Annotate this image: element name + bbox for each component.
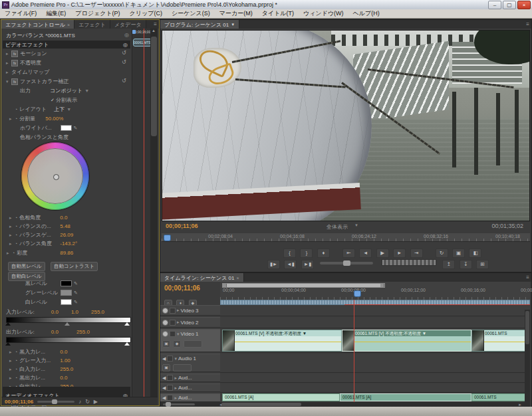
white-balance-swatch[interactable] [61, 125, 72, 131]
chevron-down-icon[interactable]: ▾ [6, 79, 9, 84]
scroll-up-icon[interactable]: ▲ [152, 29, 156, 33]
input-white-handle[interactable] [124, 322, 130, 326]
work-area-left-handle[interactable] [223, 284, 227, 287]
chevron-right-icon[interactable]: ▸ [9, 241, 13, 247]
program-current-timecode[interactable]: 00;00;11;06 [166, 223, 198, 229]
chevron-right-icon[interactable]: ▸ [7, 251, 10, 256]
ec-scrollbar[interactable]: ▲ [150, 29, 158, 397]
menu-file[interactable]: ファイル(F) [0, 9, 41, 18]
go-previous-edit-button[interactable]: ◄▮ [284, 260, 297, 269]
stopwatch-icon[interactable]: ◔ [15, 233, 17, 237]
expand-track-icon[interactable]: ▸ [174, 385, 177, 391]
expand-track-icon[interactable]: ▸ [177, 320, 180, 325]
toggle-track-audio-icon[interactable]: ◀ [162, 395, 166, 401]
show-keyframes-menu[interactable] [173, 364, 192, 371]
checkbox-checked-icon[interactable]: ✓ [51, 98, 54, 103]
track-lane-video3[interactable] [220, 305, 530, 316]
panel-menu-icon[interactable]: ≡ [154, 21, 157, 27]
stopwatch-icon[interactable]: ◔ [15, 116, 17, 121]
lift-button[interactable]: ↥ [442, 260, 455, 269]
ec-cti-line[interactable] [144, 29, 144, 397]
stopwatch-icon[interactable]: ◔ [15, 224, 17, 229]
tab-close-icon[interactable]: × [67, 23, 70, 27]
output-white-value[interactable]: 255.0 [76, 329, 90, 335]
input-white-value[interactable]: 255.0 [91, 309, 104, 315]
white-level-swatch[interactable] [61, 299, 72, 305]
program-cti-head[interactable] [164, 235, 171, 241]
track-name[interactable]: Video 2 [181, 320, 199, 326]
input-black-value[interactable]: 0.0 [51, 309, 59, 315]
track-lock-icon[interactable] [170, 320, 176, 326]
white-input-value[interactable]: 255.0 [60, 366, 73, 372]
saturation-value[interactable]: 89.86 [60, 250, 73, 256]
shuttle-slider[interactable] [320, 262, 373, 264]
track-lock-icon[interactable] [167, 385, 173, 391]
play-in-out-button[interactable]: ▮► [267, 260, 280, 269]
chevron-right-icon[interactable]: ▸ [6, 51, 9, 56]
menu-marker[interactable]: マーカー(M) [215, 9, 257, 18]
video-clip-3[interactable]: 00061.MTS [471, 330, 528, 352]
hscrollbar-thumb[interactable] [221, 403, 301, 406]
wheel-center-handle[interactable] [53, 174, 59, 180]
audio-clip-2-selected[interactable]: 00061.MTS [A] [340, 393, 471, 401]
balance-angle-value[interactable]: -143.2° [60, 241, 77, 247]
track-lock-icon[interactable] [170, 308, 176, 314]
timeline-vscrollbar[interactable] [525, 310, 530, 402]
tab-effect-controls[interactable]: エフェクトコントロール × [1, 20, 74, 29]
stopwatch-icon[interactable]: ◔ [15, 367, 17, 371]
chevron-right-icon[interactable]: ▸ [9, 116, 13, 122]
loop-icon[interactable]: ↻ [85, 399, 90, 405]
tab-close-icon[interactable]: × [236, 276, 239, 280]
timeline-cti-line[interactable] [354, 300, 354, 402]
track-lock-icon[interactable] [170, 331, 176, 337]
maximize-button[interactable]: ▢ [503, 1, 516, 9]
expand-track-icon[interactable]: ▸ [177, 308, 180, 313]
chevron-right-icon[interactable]: ▸ [9, 358, 13, 364]
reset-icon[interactable]: ↺ [122, 59, 126, 66]
track-lane-audio4[interactable]: 00061.MTS [A] 00061.MTS [A] 00061.MTS [220, 393, 530, 403]
track-lane-audio3[interactable] [220, 383, 530, 393]
scroll-right-icon[interactable]: ► [518, 403, 522, 407]
track-lane-video1[interactable]: 00061.MTS [V] 不透明度:不透明度 ▼ 00061.MTS [V] … [220, 329, 530, 353]
toggle-track-audio-icon[interactable]: ◀ [162, 385, 166, 391]
ec-zoom-thumb[interactable] [52, 399, 57, 404]
track-lane-audio2[interactable] [220, 373, 530, 383]
balance-magnitude-value[interactable]: 5.48 [60, 223, 70, 229]
expand-track-icon[interactable]: ▸ [174, 395, 177, 401]
input-black-handle[interactable] [5, 322, 11, 326]
close-button[interactable]: × [517, 1, 531, 9]
track-lane-video2[interactable] [220, 317, 530, 328]
track-name[interactable]: Audio 1 [178, 356, 196, 362]
tab-program[interactable]: プログラム: シーケンス 01 ▼ [160, 20, 239, 29]
toggle-track-output-icon[interactable] [162, 308, 168, 314]
expand-track-icon[interactable]: ▸ [174, 375, 177, 381]
eyedropper-icon[interactable]: ✎ [74, 300, 77, 305]
menu-edit[interactable]: 編集(E) [41, 9, 70, 18]
output-levels-gradient[interactable] [6, 337, 131, 343]
chevron-right-icon[interactable]: ▸ [9, 375, 13, 381]
chevron-right-icon[interactable]: ▸ [6, 60, 9, 66]
show-timeline-view-icon[interactable]: ◎ [124, 32, 129, 38]
track-name[interactable]: Aud... [178, 375, 192, 381]
menu-window[interactable]: ウィンドウ(W) [299, 9, 348, 18]
auto-contrast-button[interactable]: 自動コントラスト [51, 262, 98, 271]
shuttle-thumb[interactable] [343, 260, 350, 266]
video-effects-header[interactable]: ビデオエフェクト ◎ [3, 41, 130, 49]
set-display-style-icon[interactable]: ▣ [162, 340, 170, 348]
track-lock-icon[interactable] [167, 375, 173, 381]
effect-row-fast-color-corrector[interactable]: ▾ fx ファストカラー補正 [6, 78, 68, 85]
balance-gain-value[interactable]: 26.09 [60, 232, 73, 238]
stopwatch-icon[interactable]: ◔ [15, 375, 17, 380]
timeline-zoom-thumb[interactable] [166, 402, 171, 407]
track-name[interactable]: Video 3 [181, 308, 199, 314]
opacity-rubber-band[interactable] [484, 342, 527, 342]
dropdown-icon[interactable]: ▼ [84, 88, 88, 93]
dropdown-icon[interactable]: ▼ [231, 23, 235, 27]
jog-disk[interactable] [382, 259, 436, 266]
output-white-handle[interactable] [124, 342, 130, 346]
black-level-swatch[interactable] [61, 280, 72, 286]
eyedropper-icon[interactable]: ✎ [74, 126, 77, 131]
eyedropper-icon[interactable]: ✎ [74, 281, 77, 286]
gray-level-swatch[interactable] [61, 290, 72, 296]
ec-mini-cti-head[interactable] [132, 30, 136, 34]
